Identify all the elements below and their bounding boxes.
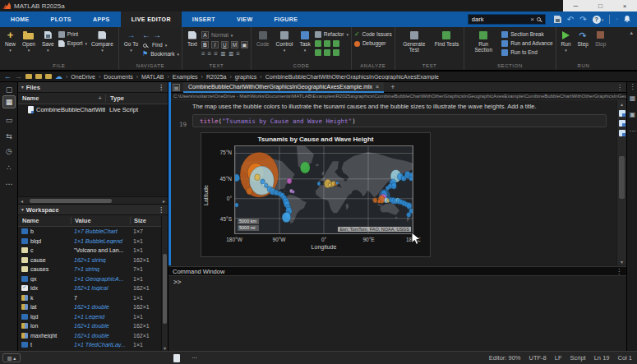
figure-output[interactable]: Tsunamis by Cause and Wave Height Latitu… [201, 132, 431, 257]
convert-icon-3[interactable] [333, 40, 339, 47]
workspace-menu-icon[interactable]: ⋮ [158, 206, 164, 214]
tab-apps[interactable]: APPS [82, 12, 121, 27]
nav-history-arrows[interactable]: ←→ [142, 31, 179, 39]
figure-thumbnail-marker[interactable] [619, 130, 625, 136]
breadcrumb-graphics[interactable]: graphics [235, 74, 256, 80]
open-button[interactable]: Open▾ [20, 29, 38, 54]
text-style-dropdown[interactable]: ANormal▾ [201, 31, 248, 39]
breadcrumb-documents[interactable]: Documents [104, 74, 132, 80]
step-button[interactable]: ↷Step [575, 29, 591, 48]
find-button[interactable]: Find▾ [142, 42, 179, 48]
code-issues-button[interactable]: ✓Code Issues [354, 31, 392, 38]
indent-icon[interactable]: ≡ [236, 51, 240, 58]
collapse-caret-icon[interactable]: ▾ [21, 85, 24, 90]
tsunami-bubble[interactable] [373, 198, 377, 203]
tab-plots[interactable]: PLOTS [40, 12, 82, 27]
bold-button[interactable]: B [201, 41, 209, 48]
code-button[interactable]: Code [254, 29, 272, 48]
ribbon-collapse-icon[interactable]: ▴ [625, 27, 637, 39]
close-button[interactable]: × [623, 2, 627, 10]
workspace-row[interactable]: cause162×1 string162×1 [18, 256, 168, 265]
run-button[interactable]: Run▾ [559, 29, 574, 54]
document-tabs-icon[interactable]: ▤ [173, 84, 180, 91]
outline-panel-icon[interactable]: ▦ [628, 94, 637, 103]
files-horizontal-scrollbar[interactable]: ◂ ▸ [18, 196, 168, 204]
text-button[interactable]: Text [185, 29, 200, 48]
scrollbar-thumb[interactable] [30, 199, 112, 203]
italic-button[interactable]: I [211, 41, 219, 48]
task-button[interactable]: Task▾ [297, 29, 312, 54]
ws-col-value[interactable]: Value [71, 217, 130, 224]
maximize-button[interactable]: □ [598, 2, 602, 10]
editor-menu-icon[interactable]: ⋮ [616, 84, 623, 91]
tsunami-bubble[interactable] [255, 174, 261, 181]
stop-button[interactable]: Stop [593, 29, 608, 48]
breadcrumb-matlab[interactable]: MATLAB [141, 74, 164, 80]
search-clear-icon[interactable]: × [529, 16, 536, 23]
workspace-row[interactable]: t1×1 TiledChartLay...1×1 [18, 340, 168, 350]
notifications-bell-icon[interactable] [624, 16, 630, 23]
run-section-button[interactable]: Run Section [467, 29, 500, 53]
scrollbar-thumb[interactable] [619, 156, 625, 199]
tsunami-bubble[interactable] [407, 212, 411, 217]
workspace-row[interactable]: c"Volcano and Lan...1×1 [18, 246, 168, 256]
save-button[interactable]: Save▾ [39, 29, 57, 54]
breadcrumb-example-folder[interactable]: CombineBubbleChartWithOtherGraphicsInGeo… [265, 74, 439, 80]
tsunami-bubble[interactable] [235, 203, 238, 208]
section-break-button[interactable]: Section Break [501, 31, 552, 38]
convert-icon-5[interactable] [324, 49, 330, 56]
files-col-name[interactable]: Name+ [18, 94, 105, 102]
undo-icon[interactable]: ↶ [567, 16, 574, 24]
workspace-panel-icon[interactable]: ▭ [2, 113, 16, 127]
scroll-up-icon[interactable]: ▴ [617, 101, 626, 107]
tsunami-bubble[interactable] [317, 182, 321, 186]
convert-icon-1[interactable] [315, 40, 321, 47]
scroll-right-icon[interactable]: ▸ [160, 198, 168, 204]
compare-button[interactable]: Compare▾ [89, 29, 116, 54]
workspace-row[interactable]: blgd1×1 BubbleLegend1×1 [18, 237, 168, 247]
project-panel-icon[interactable]: ▢ [2, 83, 16, 96]
active-panel-divider[interactable] [168, 82, 171, 265]
convert-icon-2[interactable] [324, 40, 330, 47]
minimize-button[interactable]: ─ [573, 2, 578, 10]
community-icon[interactable]: ◦ [616, 16, 618, 23]
scroll-left-icon[interactable]: ◂ [18, 198, 25, 204]
workspace-row[interactable]: lat162×1 double162×1 [18, 302, 168, 312]
refactor-button[interactable]: Refactor▾ [315, 31, 349, 38]
tsunami-bubble[interactable] [235, 174, 240, 182]
run-and-advance-button[interactable]: Run and Advance [501, 40, 552, 47]
new-folder-icon[interactable] [25, 74, 32, 79]
collapse-caret-icon[interactable]: ▾ [21, 207, 24, 212]
goto-button[interactable]: →Go To▾ [122, 29, 141, 54]
more-panels-icon[interactable]: ⋯ [628, 127, 637, 136]
geographic-axes[interactable]: 5000 km 5000 mi Esri, TomTom, FAO, NOAA,… [234, 145, 413, 234]
status-more-icon[interactable]: ⋯ [192, 354, 198, 362]
search-input[interactable] [470, 16, 529, 23]
new-tab-icon[interactable]: + [387, 83, 398, 91]
files-menu-icon[interactable]: ⋮ [158, 84, 164, 91]
color-button[interactable]: ▣ [241, 41, 248, 48]
compare-panel-icon[interactable]: ⇆ [2, 130, 16, 143]
figure-thumbnail-marker[interactable] [619, 120, 625, 127]
tsunami-bubble[interactable] [328, 183, 331, 187]
command-window-header[interactable]: Command Window ⋮ [168, 266, 626, 276]
nav-forward-icon[interactable]: → [15, 73, 22, 81]
tsunami-bubble[interactable] [300, 162, 310, 173]
code-line[interactable]: title("Tsunamis by Cause and Wave Height… [192, 114, 607, 127]
document-status-icon[interactable] [173, 354, 180, 362]
file-row[interactable]: CombineBubbleChartWithO... Live Script [18, 104, 168, 115]
workspace-row[interactable]: b1×7 BubbleChart1×7 [18, 227, 168, 237]
tsunami-bubble[interactable] [335, 182, 339, 185]
workspace-row[interactable]: idx162×1 logical162×1 [18, 283, 168, 293]
tsunami-bubble[interactable] [409, 173, 413, 177]
scroll-down-icon[interactable]: ▾ [617, 259, 626, 265]
align-center-icon[interactable]: ≡ [208, 51, 212, 58]
new-button[interactable]: +New▾ [2, 29, 18, 54]
run-to-end-button[interactable]: Run to End [501, 49, 552, 56]
editor-tab[interactable]: CombineBubbleChartWithOtherGraphicsInGeo… [183, 82, 384, 93]
command-window-menu-icon[interactable]: ⋮ [616, 268, 622, 275]
profiler-panel-icon[interactable]: ▣ [628, 110, 637, 119]
workspace-row[interactable]: causes7×1 string7×1 [18, 265, 168, 274]
figure-thumbnail-marker[interactable] [619, 110, 625, 117]
workspace-row[interactable]: maxheight162×1 double162×1 [18, 331, 168, 341]
